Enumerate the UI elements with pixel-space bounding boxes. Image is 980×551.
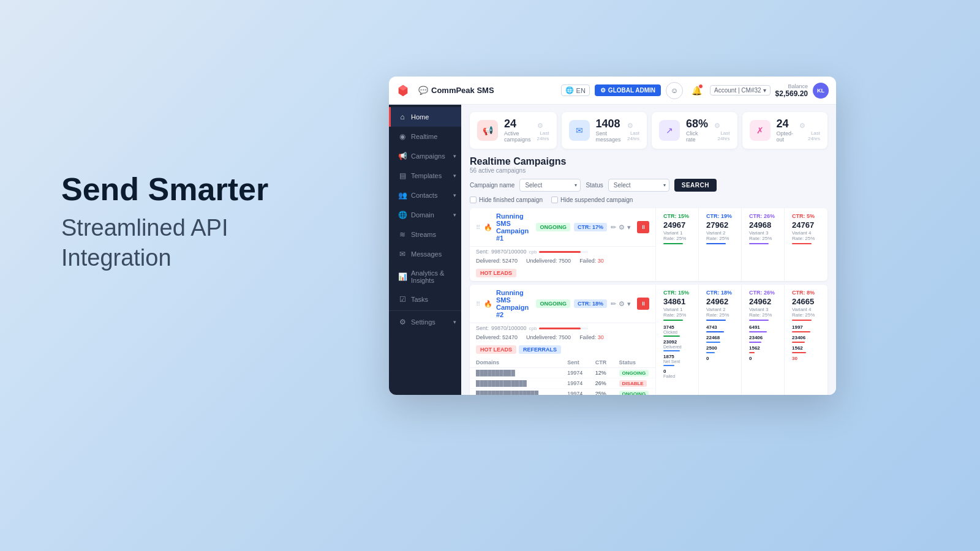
sidebar-label-domain: Domain	[411, 211, 434, 219]
messages-icon: ✉	[398, 250, 407, 258]
ctr-variant-3: CTR: 26% 24962 Variant 3 Rate: 25% 6491 …	[742, 285, 785, 395]
ctr-variant-4: CTR: 8% 24665 Variant 4 Rate: 25% 1997 2…	[785, 285, 827, 395]
tag-hot-leads: HOT LEADS	[476, 345, 516, 354]
ctr-variant-label: Variant 1	[663, 230, 691, 236]
hide-finished-checkbox[interactable]: Hide finished campaign	[470, 197, 543, 203]
opted-out-label: Opted-out	[777, 130, 794, 143]
domain-status: ONGOING	[613, 389, 655, 395]
stat-sent-messages: ✉ 1408 Sent messages ⚙ Last 24hrs	[562, 112, 647, 149]
ctr-num: 24767	[792, 220, 820, 230]
gear-icon[interactable]: ⚙	[714, 122, 720, 129]
chevron-down-icon: ▾	[575, 182, 577, 188]
sidebar-item-streams[interactable]: ≋ Streams	[389, 225, 461, 244]
ctr-pct: CTR: 26%	[749, 290, 777, 296]
tag-hot-leads: HOT LEADS	[476, 269, 516, 277]
sidebar-item-templates[interactable]: ▤ Templates ▾	[389, 166, 461, 186]
campaign-left: ⠿ 🔥 Running SMS Campaign #1 ONGOING CTR:…	[470, 208, 655, 281]
campaign-ctr-cols: CTR: 15% 34861 Variant 1 Rate: 25% 3745 …	[655, 285, 827, 395]
realtime-header: Realtime Campaigns 56 active campaigns	[470, 156, 827, 174]
click-rate-label: Click rate	[686, 130, 708, 143]
language-selector[interactable]: 🌐 EN	[561, 84, 590, 96]
hero-title-line1: Send Smarter	[61, 171, 337, 208]
content-area: 📢 24 Active campaigns ⚙ Last 24hrs ✉ 140…	[461, 105, 836, 395]
sidebar-item-realtime[interactable]: ◉ Realtime	[389, 127, 461, 146]
account-selector[interactable]: Account | CM#32 ▾	[710, 85, 771, 96]
campaign-left: ⠿ 🔥 Running SMS Campaign #2 ONGOING CTR:…	[470, 285, 655, 395]
campaign-sent: Sent: 99870/100000 cpb	[470, 247, 655, 257]
opted-out-icon: ✗	[750, 120, 771, 141]
notifications-button[interactable]: 🔔	[688, 82, 705, 99]
stat-active-info: 24 Active campaigns	[504, 118, 531, 143]
settings-icon[interactable]: ⚙	[619, 223, 625, 231]
domain-sent: 19974	[561, 378, 589, 389]
click-rate-value: 68%	[686, 118, 708, 129]
expand-icon[interactable]: ▾	[627, 300, 631, 308]
app-window: 💬 CommPeak SMS 🌐 EN ⚙ GLOBAL ADMIN ☺ 🔔 A…	[389, 77, 836, 395]
expand-icon[interactable]: ▾	[627, 223, 631, 231]
click-rate-meta: Last 24hrs	[714, 130, 729, 141]
sidebar-label-streams: Streams	[411, 231, 436, 238]
settings-icon-button[interactable]: ☺	[666, 82, 683, 99]
settings-icon[interactable]: ⚙	[619, 300, 625, 308]
opted-out-meta: Last 24hrs	[799, 130, 820, 141]
domains-col-header: Domains	[470, 358, 561, 368]
pause-button[interactable]: ⏸	[637, 298, 649, 310]
sidebar-item-settings[interactable]: ⚙ Settings ▾	[389, 312, 461, 332]
gear-icon[interactable]: ⚙	[799, 122, 805, 129]
sidebar-item-home[interactable]: ⌂ Home	[389, 107, 461, 127]
ctr-variant-label: Variant 4	[792, 230, 820, 236]
sidebar-item-domain[interactable]: 🌐 Domain ▾	[389, 205, 461, 225]
sidebar-item-contacts[interactable]: 👥 Contacts ▾	[389, 186, 461, 205]
gear-icon[interactable]: ⚙	[537, 122, 543, 129]
chevron-down-icon: ▾	[453, 153, 456, 159]
domain-status: DISABLE	[613, 378, 655, 389]
sidebar-item-messages[interactable]: ✉ Messages	[389, 244, 461, 264]
search-button[interactable]: SEARCH	[674, 179, 717, 192]
sidebar-item-analytics[interactable]: 📊 Analytics & Insights	[389, 264, 461, 290]
campaign-tags: HOT LEADS REFERRALS	[470, 343, 655, 358]
status-badge: ONGOING	[536, 299, 570, 308]
campaigns-icon: 📢	[398, 152, 407, 160]
campaign-name: Running SMS Campaign #2	[496, 289, 532, 318]
sidebar: ⌂ Home ◉ Realtime 📢 Campaigns ▾ ▤ Templa…	[389, 105, 461, 395]
campaign-inner: ⠿ 🔥 Running SMS Campaign #1 ONGOING CTR:…	[470, 208, 827, 281]
stat-optout-info: 24 Opted-out	[777, 118, 794, 143]
tag-referrals: REFERRALS	[519, 345, 561, 354]
sidebar-label-home: Home	[411, 113, 429, 121]
edit-icon[interactable]: ✏	[611, 300, 616, 308]
drag-handle-icon[interactable]: ⠿	[476, 224, 480, 231]
ctr-variant-1: CTR: 15% 34861 Variant 1 Rate: 25% 3745 …	[656, 285, 699, 395]
sidebar-label-messages: Messages	[411, 250, 442, 258]
domains-table: Domains Sent CTR Status ██████████ 19974	[470, 358, 655, 395]
balance-area: Balance $2,569.20	[775, 83, 808, 98]
stat-active-campaigns: 📢 24 Active campaigns ⚙ Last 24hrs	[470, 112, 557, 149]
ctr-num: 24962	[706, 297, 734, 306]
campaign-name-select[interactable]: Select ▾	[519, 179, 581, 192]
sidebar-item-tasks[interactable]: ☑ Tasks	[389, 290, 461, 309]
stat-sent-info: 1408 Sent messages	[596, 118, 621, 143]
gear-icon[interactable]: ⚙	[627, 122, 633, 129]
settings-icon: ⚙	[398, 318, 407, 326]
user-avatar[interactable]: KL	[813, 83, 829, 99]
campaign-header: ⠿ 🔥 Running SMS Campaign #2 ONGOING CTR:…	[470, 285, 655, 323]
chevron-down-icon: ▾	[453, 173, 456, 179]
domain-ctr: 26%	[589, 378, 613, 389]
contacts-icon: 👥	[398, 191, 407, 200]
hide-suspended-checkbox[interactable]: Hide suspended campaign	[551, 197, 633, 203]
tasks-icon: ☑	[398, 295, 407, 304]
ctr-num: 24967	[663, 220, 691, 230]
global-admin-button[interactable]: ⚙ GLOBAL ADMIN	[595, 84, 661, 96]
domain-icon: 🌐	[398, 211, 407, 219]
domain-name: █████████████	[470, 378, 561, 389]
edit-icon[interactable]: ✏	[611, 223, 616, 231]
drag-handle-icon[interactable]: ⠿	[476, 301, 480, 307]
ctr-variant-4: CTR: 5% 24767 Variant 4 Rate: 25%	[785, 208, 827, 281]
status-select[interactable]: Select ▾	[608, 179, 669, 192]
table-row: █████████████ 19974 26% DISABLE	[470, 378, 655, 389]
sent-messages-value: 1408	[596, 118, 621, 129]
campaign-name-label: Campaign name	[470, 182, 514, 189]
pause-button[interactable]: ⏸	[637, 221, 649, 233]
sidebar-item-campaigns[interactable]: 📢 Campaigns ▾	[389, 146, 461, 166]
ctr-variant-2: CTR: 18% 24962 Variant 2 Rate: 25% 4743 …	[699, 285, 742, 395]
ctr-variant-1: CTR: 15% 24967 Variant 1 Rate: 25%	[656, 208, 699, 281]
